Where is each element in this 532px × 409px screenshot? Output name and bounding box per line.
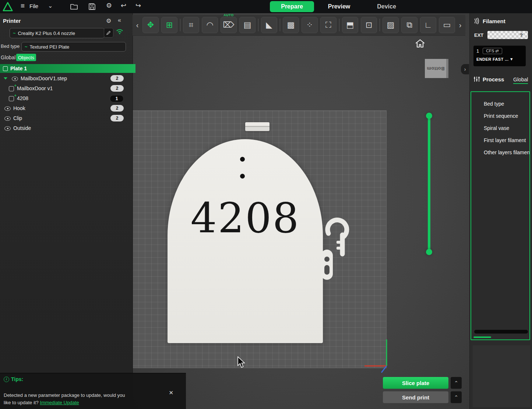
settings-gear-icon[interactable]: ⚙ bbox=[106, 1, 112, 10]
ext-filament-select[interactable]: ? bbox=[487, 31, 528, 39]
lattice-tool-button[interactable]: ⌗ bbox=[183, 17, 199, 33]
visibility-eye-icon[interactable] bbox=[4, 116, 11, 121]
lattice-tool-icon: ⌗ bbox=[189, 20, 193, 30]
tab-device-label: Device bbox=[377, 3, 396, 10]
open-folder-icon[interactable] bbox=[70, 3, 78, 10]
plate-row[interactable]: Plate 1 bbox=[0, 64, 135, 73]
model-mailbox-door[interactable]: 4208 bbox=[168, 139, 323, 343]
auto-orient-tool-button[interactable]: AUTO ⌦ bbox=[221, 17, 237, 33]
slice-plate-button[interactable]: Slice plate bbox=[383, 377, 448, 389]
panel-collapse-handle[interactable]: › bbox=[461, 64, 469, 74]
home-view-icon[interactable] bbox=[415, 38, 426, 49]
hatch-tool-button[interactable]: ▨ bbox=[383, 17, 399, 33]
right-panel: Filament EXT ? 1 CFS ⇄ ENDER FAST ... ▾ … bbox=[469, 13, 532, 409]
mouse-cursor bbox=[237, 356, 248, 369]
toolbar-scroll-right-icon[interactable]: › bbox=[458, 21, 463, 29]
bed-type-icon: ~ bbox=[25, 44, 28, 50]
slice-plate-label: Slice plate bbox=[402, 380, 429, 386]
tips-close-icon[interactable]: ✕ bbox=[169, 389, 173, 396]
immediate-update-link[interactable]: Immediate Update bbox=[40, 400, 79, 405]
count-badge: 2 bbox=[110, 85, 124, 92]
tree-item-label: Hook bbox=[13, 105, 25, 111]
bed-type-select[interactable]: ~ Textured PEI Plate bbox=[21, 42, 126, 52]
process-item-spiral-vase[interactable]: Spiral vase bbox=[471, 122, 529, 134]
visibility-eye-icon[interactable] bbox=[4, 106, 11, 111]
horizontal-scrollbar-thumb[interactable] bbox=[473, 336, 491, 338]
visibility-eye-icon[interactable] bbox=[4, 126, 11, 131]
pencil-icon bbox=[106, 31, 111, 35]
dropdown-caret-icon: ▾ bbox=[511, 57, 513, 61]
scale-tool-icon: ⛶ bbox=[325, 20, 331, 30]
tab-preview[interactable]: Preview bbox=[323, 1, 356, 12]
file-caret-icon[interactable]: ⌄ bbox=[48, 2, 53, 9]
process-item-other-layers-filament[interactable]: Other layers filament bbox=[471, 147, 529, 159]
tree-row-outside[interactable]: Outside bbox=[0, 123, 133, 133]
tree-row-mailboxdoor-v1[interactable]: MailboxDoor v1 2 bbox=[0, 84, 133, 94]
process-item-first-layer-filament[interactable]: First layer filament bbox=[471, 134, 529, 147]
tab-device[interactable]: Device bbox=[372, 1, 401, 12]
menu-icon[interactable]: ≡ bbox=[21, 2, 25, 10]
save-icon[interactable] bbox=[88, 3, 96, 10]
hollow-tool-icon: ⊡ bbox=[366, 20, 372, 30]
undo-icon[interactable]: ↩ bbox=[121, 1, 126, 10]
redo-icon[interactable]: ↪ bbox=[135, 1, 141, 10]
visibility-eye-icon[interactable] bbox=[12, 77, 18, 81]
cut-tool-button[interactable]: ◠ bbox=[202, 17, 218, 33]
process-tab-global[interactable]: Global bbox=[513, 77, 528, 84]
layer-slider-track[interactable] bbox=[428, 115, 430, 252]
count-badge: 2 bbox=[110, 105, 124, 112]
disclosure-triangle-icon[interactable] bbox=[4, 77, 7, 80]
app-logo-icon[interactable] bbox=[3, 1, 13, 12]
align-tool-button[interactable]: ▤ bbox=[239, 17, 256, 33]
tree-row-hook[interactable]: Hook 2 bbox=[0, 103, 133, 113]
view-cube[interactable]: Bottom bbox=[425, 59, 448, 78]
process-item-print-sequence[interactable]: Print sequence bbox=[471, 110, 529, 122]
filament-slot[interactable]: 1 CFS ⇄ ENDER FAST ... ▾ bbox=[473, 46, 526, 66]
chevron-right-icon: › bbox=[464, 66, 466, 72]
solid-fill-tool-button[interactable]: ⬒ bbox=[342, 17, 358, 33]
model-clip[interactable] bbox=[245, 122, 269, 131]
move-tool-button[interactable]: ✥ bbox=[142, 17, 159, 33]
send-options-button[interactable]: ⌃ bbox=[451, 391, 462, 403]
arrange-plate-tool-button[interactable]: ⊞ bbox=[161, 17, 177, 33]
measure-tool-button[interactable]: ∟ bbox=[420, 17, 436, 33]
arrange-plate-tool-icon: ⊞ bbox=[166, 20, 173, 30]
edit-printer-button[interactable] bbox=[104, 28, 113, 38]
send-print-button[interactable]: Send print bbox=[383, 391, 448, 403]
support-tool-icon: ◣ bbox=[266, 20, 272, 30]
scale-tool-button[interactable]: ⛶ bbox=[320, 17, 337, 33]
more-tool-button[interactable]: ▭ bbox=[439, 17, 455, 33]
process-section-header: Process bbox=[473, 76, 504, 82]
tab-objects[interactable]: Objects bbox=[16, 54, 36, 61]
tree-row-4208[interactable]: 4208 1 bbox=[0, 94, 133, 103]
plate-icon bbox=[3, 66, 8, 71]
printer-select[interactable]: ~ Creality K2 Plus 0.4 nozzle bbox=[10, 28, 105, 38]
measure-tool-icon: ∟ bbox=[424, 20, 432, 30]
horizontal-scrollbar[interactable] bbox=[474, 330, 528, 334]
toolbar-scroll-left-icon[interactable]: ‹ bbox=[135, 21, 140, 29]
pattern-tool-button[interactable]: ⁘ bbox=[302, 17, 318, 33]
seam-tool-button[interactable]: ▩ bbox=[283, 17, 299, 33]
tab-preview-label: Preview bbox=[328, 3, 350, 10]
process-section-title: Process bbox=[483, 76, 504, 82]
tree-row-mailboxdoorv1[interactable]: MailboxDoorV1.step 2 bbox=[0, 74, 133, 84]
slice-options-button[interactable]: ⌃ bbox=[451, 377, 462, 389]
cfs-swap-button[interactable]: CFS ⇄ bbox=[483, 48, 502, 54]
support-tool-button[interactable]: ◣ bbox=[261, 17, 277, 33]
count-badge: 2 bbox=[110, 75, 124, 82]
tab-prepare[interactable]: Prepare bbox=[270, 1, 314, 12]
tree-row-clip[interactable]: Clip 2 bbox=[0, 113, 133, 123]
printer-panel: Printer ⚙ « ~ Creality K2 Plus 0.4 nozzl… bbox=[0, 13, 133, 409]
panel-collapse-icon[interactable]: « bbox=[118, 17, 121, 24]
align-tool-icon: ▤ bbox=[244, 20, 251, 30]
model-hook[interactable] bbox=[320, 211, 353, 284]
layer-slider-handle-bottom[interactable] bbox=[426, 249, 432, 255]
hollow-tool-button[interactable]: ⊡ bbox=[361, 17, 377, 33]
tab-global[interactable]: Global bbox=[1, 54, 15, 60]
process-item-bed-type[interactable]: Bed type bbox=[471, 98, 529, 110]
plate-row-label: Plate 1 bbox=[10, 66, 27, 71]
printer-settings-gear-icon[interactable]: ⚙ bbox=[106, 17, 111, 24]
file-menu[interactable]: File bbox=[29, 3, 38, 9]
layer-slider-handle-top[interactable] bbox=[426, 113, 432, 119]
clone-tool-button[interactable]: ⧉ bbox=[401, 17, 418, 33]
